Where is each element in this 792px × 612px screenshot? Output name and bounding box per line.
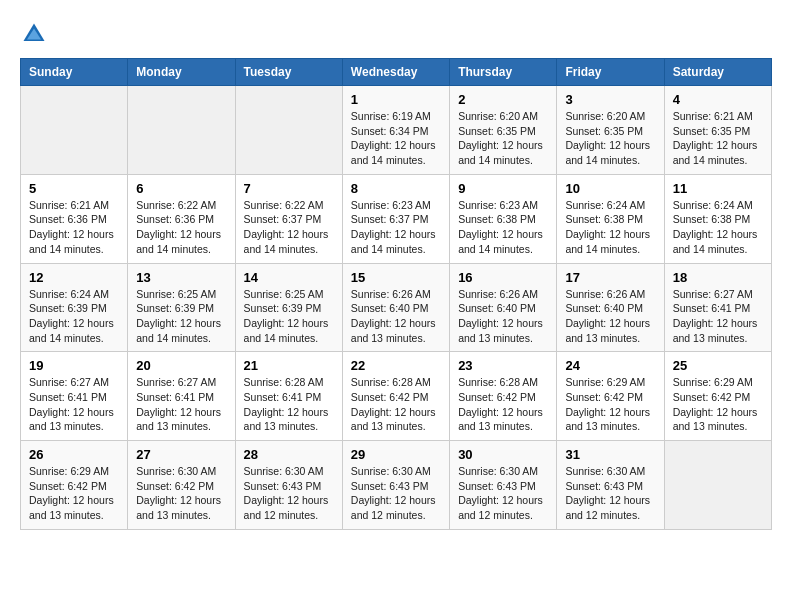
calendar: SundayMondayTuesdayWednesdayThursdayFrid… — [20, 58, 772, 530]
day-cell: 19Sunrise: 6:27 AMSunset: 6:41 PMDayligh… — [21, 352, 128, 441]
day-number: 14 — [244, 270, 334, 285]
day-cell: 24Sunrise: 6:29 AMSunset: 6:42 PMDayligh… — [557, 352, 664, 441]
day-cell: 9Sunrise: 6:23 AMSunset: 6:38 PMDaylight… — [450, 174, 557, 263]
day-cell — [128, 86, 235, 175]
day-info: Sunrise: 6:26 AMSunset: 6:40 PMDaylight:… — [351, 287, 441, 346]
logo — [20, 20, 52, 48]
day-number: 24 — [565, 358, 655, 373]
day-cell: 28Sunrise: 6:30 AMSunset: 6:43 PMDayligh… — [235, 441, 342, 530]
weekday-header-wednesday: Wednesday — [342, 59, 449, 86]
day-cell: 26Sunrise: 6:29 AMSunset: 6:42 PMDayligh… — [21, 441, 128, 530]
day-info: Sunrise: 6:23 AMSunset: 6:38 PMDaylight:… — [458, 198, 548, 257]
day-info: Sunrise: 6:25 AMSunset: 6:39 PMDaylight:… — [244, 287, 334, 346]
day-cell — [235, 86, 342, 175]
day-info: Sunrise: 6:21 AMSunset: 6:36 PMDaylight:… — [29, 198, 119, 257]
weekday-header-thursday: Thursday — [450, 59, 557, 86]
day-number: 26 — [29, 447, 119, 462]
day-number: 28 — [244, 447, 334, 462]
day-info: Sunrise: 6:27 AMSunset: 6:41 PMDaylight:… — [136, 375, 226, 434]
day-number: 2 — [458, 92, 548, 107]
day-info: Sunrise: 6:22 AMSunset: 6:36 PMDaylight:… — [136, 198, 226, 257]
day-info: Sunrise: 6:29 AMSunset: 6:42 PMDaylight:… — [29, 464, 119, 523]
header — [20, 20, 772, 48]
day-number: 27 — [136, 447, 226, 462]
week-row-5: 26Sunrise: 6:29 AMSunset: 6:42 PMDayligh… — [21, 441, 772, 530]
week-row-1: 1Sunrise: 6:19 AMSunset: 6:34 PMDaylight… — [21, 86, 772, 175]
day-cell: 14Sunrise: 6:25 AMSunset: 6:39 PMDayligh… — [235, 263, 342, 352]
day-number: 31 — [565, 447, 655, 462]
day-cell: 11Sunrise: 6:24 AMSunset: 6:38 PMDayligh… — [664, 174, 771, 263]
day-cell: 27Sunrise: 6:30 AMSunset: 6:42 PMDayligh… — [128, 441, 235, 530]
day-info: Sunrise: 6:22 AMSunset: 6:37 PMDaylight:… — [244, 198, 334, 257]
day-info: Sunrise: 6:30 AMSunset: 6:43 PMDaylight:… — [351, 464, 441, 523]
day-info: Sunrise: 6:20 AMSunset: 6:35 PMDaylight:… — [565, 109, 655, 168]
day-info: Sunrise: 6:27 AMSunset: 6:41 PMDaylight:… — [29, 375, 119, 434]
day-cell: 22Sunrise: 6:28 AMSunset: 6:42 PMDayligh… — [342, 352, 449, 441]
day-number: 21 — [244, 358, 334, 373]
day-info: Sunrise: 6:20 AMSunset: 6:35 PMDaylight:… — [458, 109, 548, 168]
day-number: 25 — [673, 358, 763, 373]
day-cell: 30Sunrise: 6:30 AMSunset: 6:43 PMDayligh… — [450, 441, 557, 530]
day-number: 9 — [458, 181, 548, 196]
weekday-header-monday: Monday — [128, 59, 235, 86]
week-row-2: 5Sunrise: 6:21 AMSunset: 6:36 PMDaylight… — [21, 174, 772, 263]
day-info: Sunrise: 6:27 AMSunset: 6:41 PMDaylight:… — [673, 287, 763, 346]
day-cell: 18Sunrise: 6:27 AMSunset: 6:41 PMDayligh… — [664, 263, 771, 352]
day-cell: 16Sunrise: 6:26 AMSunset: 6:40 PMDayligh… — [450, 263, 557, 352]
day-cell — [664, 441, 771, 530]
day-cell: 25Sunrise: 6:29 AMSunset: 6:42 PMDayligh… — [664, 352, 771, 441]
day-number: 19 — [29, 358, 119, 373]
day-cell: 4Sunrise: 6:21 AMSunset: 6:35 PMDaylight… — [664, 86, 771, 175]
day-info: Sunrise: 6:30 AMSunset: 6:43 PMDaylight:… — [565, 464, 655, 523]
weekday-header-saturday: Saturday — [664, 59, 771, 86]
day-number: 8 — [351, 181, 441, 196]
day-cell: 20Sunrise: 6:27 AMSunset: 6:41 PMDayligh… — [128, 352, 235, 441]
day-cell — [21, 86, 128, 175]
day-cell: 3Sunrise: 6:20 AMSunset: 6:35 PMDaylight… — [557, 86, 664, 175]
day-info: Sunrise: 6:28 AMSunset: 6:41 PMDaylight:… — [244, 375, 334, 434]
day-info: Sunrise: 6:26 AMSunset: 6:40 PMDaylight:… — [565, 287, 655, 346]
day-number: 13 — [136, 270, 226, 285]
day-cell: 31Sunrise: 6:30 AMSunset: 6:43 PMDayligh… — [557, 441, 664, 530]
logo-icon — [20, 20, 48, 48]
day-number: 12 — [29, 270, 119, 285]
weekday-header-row: SundayMondayTuesdayWednesdayThursdayFrid… — [21, 59, 772, 86]
day-number: 3 — [565, 92, 655, 107]
day-info: Sunrise: 6:30 AMSunset: 6:43 PMDaylight:… — [458, 464, 548, 523]
week-row-4: 19Sunrise: 6:27 AMSunset: 6:41 PMDayligh… — [21, 352, 772, 441]
day-number: 17 — [565, 270, 655, 285]
day-info: Sunrise: 6:30 AMSunset: 6:43 PMDaylight:… — [244, 464, 334, 523]
day-number: 29 — [351, 447, 441, 462]
day-cell: 1Sunrise: 6:19 AMSunset: 6:34 PMDaylight… — [342, 86, 449, 175]
day-number: 7 — [244, 181, 334, 196]
weekday-header-friday: Friday — [557, 59, 664, 86]
day-info: Sunrise: 6:24 AMSunset: 6:38 PMDaylight:… — [673, 198, 763, 257]
day-number: 23 — [458, 358, 548, 373]
day-info: Sunrise: 6:28 AMSunset: 6:42 PMDaylight:… — [458, 375, 548, 434]
day-info: Sunrise: 6:25 AMSunset: 6:39 PMDaylight:… — [136, 287, 226, 346]
day-cell: 2Sunrise: 6:20 AMSunset: 6:35 PMDaylight… — [450, 86, 557, 175]
day-info: Sunrise: 6:19 AMSunset: 6:34 PMDaylight:… — [351, 109, 441, 168]
day-info: Sunrise: 6:28 AMSunset: 6:42 PMDaylight:… — [351, 375, 441, 434]
day-info: Sunrise: 6:23 AMSunset: 6:37 PMDaylight:… — [351, 198, 441, 257]
day-cell: 23Sunrise: 6:28 AMSunset: 6:42 PMDayligh… — [450, 352, 557, 441]
day-number: 10 — [565, 181, 655, 196]
day-info: Sunrise: 6:29 AMSunset: 6:42 PMDaylight:… — [673, 375, 763, 434]
weekday-header-sunday: Sunday — [21, 59, 128, 86]
day-cell: 15Sunrise: 6:26 AMSunset: 6:40 PMDayligh… — [342, 263, 449, 352]
day-number: 1 — [351, 92, 441, 107]
day-cell: 5Sunrise: 6:21 AMSunset: 6:36 PMDaylight… — [21, 174, 128, 263]
week-row-3: 12Sunrise: 6:24 AMSunset: 6:39 PMDayligh… — [21, 263, 772, 352]
day-cell: 7Sunrise: 6:22 AMSunset: 6:37 PMDaylight… — [235, 174, 342, 263]
day-info: Sunrise: 6:29 AMSunset: 6:42 PMDaylight:… — [565, 375, 655, 434]
day-cell: 8Sunrise: 6:23 AMSunset: 6:37 PMDaylight… — [342, 174, 449, 263]
day-info: Sunrise: 6:24 AMSunset: 6:38 PMDaylight:… — [565, 198, 655, 257]
day-cell: 13Sunrise: 6:25 AMSunset: 6:39 PMDayligh… — [128, 263, 235, 352]
day-cell: 6Sunrise: 6:22 AMSunset: 6:36 PMDaylight… — [128, 174, 235, 263]
day-number: 30 — [458, 447, 548, 462]
day-info: Sunrise: 6:30 AMSunset: 6:42 PMDaylight:… — [136, 464, 226, 523]
day-cell: 17Sunrise: 6:26 AMSunset: 6:40 PMDayligh… — [557, 263, 664, 352]
day-number: 4 — [673, 92, 763, 107]
day-info: Sunrise: 6:21 AMSunset: 6:35 PMDaylight:… — [673, 109, 763, 168]
day-number: 6 — [136, 181, 226, 196]
